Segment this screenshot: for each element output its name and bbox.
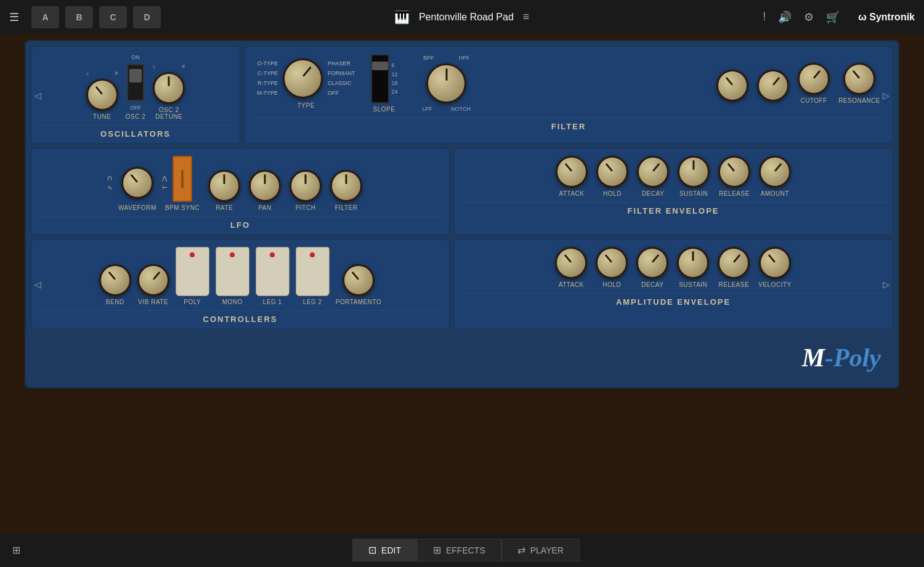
leg1-button[interactable] — [256, 247, 290, 296]
cart-icon[interactable]: 🛒 — [826, 10, 840, 24]
settings-icon[interactable]: ⚙ — [804, 10, 814, 24]
vib-rate-container: VIB RATE — [137, 264, 169, 305]
top-bar-actions: ! 🔊 ⚙ 🛒 ω Syntronik — [763, 10, 915, 24]
tab-b[interactable]: B — [65, 6, 93, 28]
amplitude-envelope-title: AMPLITUDE ENVELOPE — [460, 293, 886, 307]
osc2-detune-knob[interactable] — [153, 72, 185, 104]
amp-attack-knob[interactable] — [555, 247, 587, 279]
slope-slider[interactable] — [371, 54, 389, 103]
slope-6: 6 — [392, 61, 398, 70]
cutoff-knob[interactable] — [798, 63, 830, 95]
menu-icon[interactable]: ☰ — [9, 10, 19, 24]
osc2-switch-container: ON OFF OSC 2 — [126, 54, 146, 120]
tune-knob[interactable] — [86, 79, 118, 111]
bottom-tabs: ⊡ EDIT ⊞ EFFECTS ⇄ PLAYER — [352, 539, 580, 561]
scroll-left-osc[interactable]: ◁ — [34, 90, 41, 100]
filter-panel-inner: O-TYPE C-TYPE R-TYPE M-TYPE PHASER FORMA… — [251, 54, 886, 113]
filter-env-controls: ATTACK HOLD DECAY SUSTAIN RELEASE — [460, 156, 886, 197]
fenv-amount-knob[interactable] — [759, 156, 791, 188]
effects-icon: ⊞ — [433, 544, 441, 556]
filter-k2[interactable] — [757, 70, 789, 102]
amp-velocity-knob[interactable] — [759, 247, 791, 279]
amp-release-knob[interactable] — [718, 247, 750, 279]
bpm-sync-button[interactable] — [172, 156, 192, 202]
amp-decay-knob[interactable] — [636, 247, 668, 279]
waveform-knob[interactable] — [121, 167, 153, 199]
fenv-hold-container: HOLD — [596, 156, 628, 197]
slope-24: 24 — [392, 87, 398, 96]
lfo-pitch-knob[interactable] — [290, 170, 322, 202]
formant-label: FORMANT — [328, 70, 355, 76]
osc2-switch-handle — [129, 69, 142, 82]
classic-label: CLASSIC — [328, 80, 355, 86]
osc2-switch[interactable] — [127, 64, 144, 101]
fenv-release-knob[interactable] — [718, 156, 750, 188]
osc2-label: OSC 2 — [126, 113, 146, 120]
filter-envelope-title: FILTER ENVELOPE — [460, 202, 886, 215]
slope-handle — [372, 62, 388, 70]
poly-dot — [190, 252, 195, 257]
controllers-controls: BEND VIB RATE POLY — [38, 247, 443, 305]
lfo-pan-knob[interactable] — [249, 170, 281, 202]
resonance-label: RESONANCE — [838, 97, 880, 104]
resonance-knob[interactable] — [843, 63, 875, 95]
tab-player[interactable]: ⇄ PLAYER — [501, 539, 580, 561]
fenv-hold-label: HOLD — [603, 190, 622, 197]
volume-icon[interactable]: 🔊 — [778, 10, 792, 24]
leg2-button[interactable] — [296, 247, 330, 296]
fenv-attack-knob[interactable] — [556, 156, 588, 188]
amp-hold-knob[interactable] — [596, 247, 628, 279]
amp-sustain-knob[interactable] — [677, 247, 709, 279]
grid-icon[interactable]: ⊞ — [12, 544, 20, 556]
oscillators-panel: ◁ ♭ # TUNE ON OFF — [31, 46, 240, 144]
bpm-sync-label: BPM SYNC — [165, 204, 200, 211]
filter-mode-knob[interactable] — [426, 63, 466, 103]
tab-a[interactable]: A — [31, 6, 59, 28]
amp-decay-container: DECAY — [636, 247, 668, 288]
edit-icon: ⊡ — [368, 544, 376, 556]
alert-icon[interactable]: ! — [763, 10, 766, 23]
filter-type-knob[interactable] — [283, 58, 323, 99]
vib-rate-knob[interactable] — [137, 264, 169, 296]
portamento-knob[interactable] — [342, 264, 375, 296]
lfo-filter-knob[interactable] — [330, 170, 362, 202]
fenv-hold-knob[interactable] — [596, 156, 628, 188]
filter-k1[interactable] — [716, 70, 748, 102]
amp-hold-container: HOLD — [596, 247, 628, 288]
tab-d[interactable]: D — [133, 6, 161, 28]
lfo-rate-knob[interactable] — [208, 170, 240, 202]
lfo-filter-container: FILTER — [330, 170, 362, 211]
bpf-label: BPF — [423, 55, 434, 61]
tab-c[interactable]: C — [99, 6, 127, 28]
tab-effects[interactable]: ⊞ EFFECTS — [417, 539, 501, 561]
vib-rate-label: VIB RATE — [138, 299, 168, 305]
scroll-right-filter[interactable]: ▷ — [883, 90, 890, 100]
filter-labels-right: PHASER FORMANT CLASSIC OFF — [328, 60, 355, 96]
mono-dot — [230, 252, 235, 257]
filter-knob1 — [716, 70, 748, 104]
poly-button[interactable] — [176, 247, 209, 296]
resonance-knob-container: RESONANCE — [838, 63, 880, 104]
fenv-release-container: RELEASE — [718, 156, 750, 197]
controllers-title: CONTROLLERS — [38, 310, 443, 324]
preset-menu-icon[interactable]: ≡ — [523, 10, 530, 23]
scroll-right-amp[interactable]: ▷ — [883, 279, 890, 289]
bend-knob[interactable] — [99, 264, 131, 296]
effects-label: EFFECTS — [446, 545, 485, 555]
scroll-left-ctrl[interactable]: ◁ — [34, 279, 41, 289]
mpoly-logo: M-Poly — [802, 343, 881, 372]
leg1-dot — [270, 252, 275, 257]
fenv-decay-knob[interactable] — [637, 156, 669, 188]
amp-hold-label: HOLD — [602, 281, 621, 288]
preset-name-area: 🎹 Pentonville Road Pad ≡ — [167, 10, 756, 25]
oscillators-controls: ♭ # TUNE ON OFF OSC 2 — [38, 54, 233, 120]
syntronik-logo: ω Syntronik — [858, 12, 915, 23]
fenv-amount-label: AMOUNT — [761, 190, 789, 197]
bpm-sync-container: BPM SYNC — [165, 156, 200, 211]
fenv-sustain-knob[interactable] — [678, 156, 710, 188]
mono-button[interactable] — [216, 247, 249, 296]
bend-container: BEND — [99, 264, 131, 305]
preset-name: Pentonville Road Pad — [419, 12, 514, 23]
lfo-pan-label: PAN — [258, 204, 271, 211]
tab-edit[interactable]: ⊡ EDIT — [352, 539, 417, 561]
